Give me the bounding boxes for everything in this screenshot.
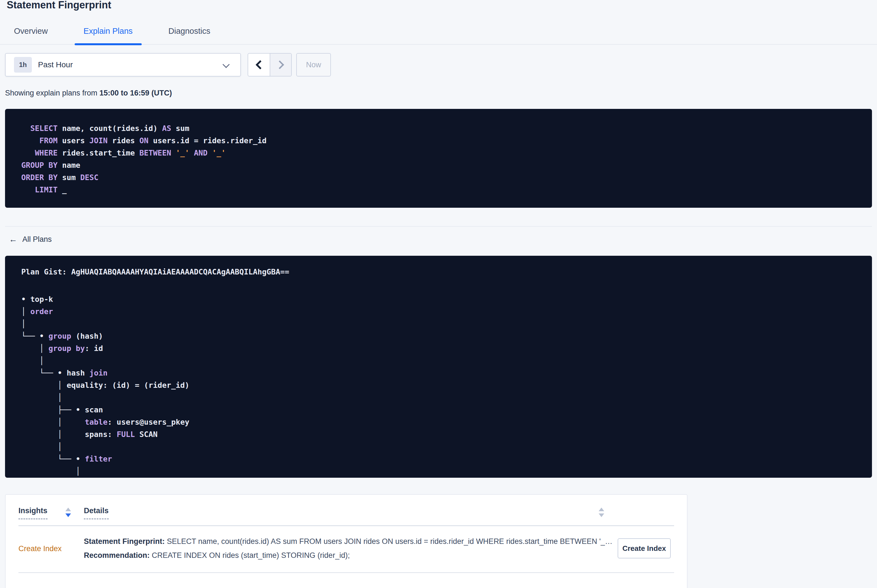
tab-explain-plans[interactable]: Explain Plans xyxy=(75,18,142,44)
plan-gist-block: Plan Gist: AgHUAQIABQAAAAHYAQIAiAEAAAADC… xyxy=(5,256,872,478)
section-divider xyxy=(5,226,872,227)
create-index-button[interactable]: Create Index xyxy=(618,538,671,558)
time-range-summary-prefix: Showing explain plans from xyxy=(5,89,99,97)
table-row-divider xyxy=(18,572,674,573)
chevron-left-icon xyxy=(256,60,265,69)
sort-up-triangle xyxy=(65,508,71,511)
tab-bar: Overview Explain Plans Diagnostics xyxy=(0,18,877,45)
page-title: Statement Fingerprint xyxy=(7,0,111,11)
time-range-summary-range: 15:00 to 16:59 (UTC) xyxy=(99,89,172,97)
detail-text: SELECT name, count(rides.id) AS sum FROM… xyxy=(165,537,612,546)
all-plans-label: All Plans xyxy=(23,235,52,244)
detail-label: Recommendation: xyxy=(84,551,150,560)
plan-gist-line: Plan Gist: AgHUAQIABQAAAAHYAQIAiAEAAAADC… xyxy=(21,266,872,278)
tab-overview[interactable]: Overview xyxy=(5,18,57,44)
sql-statement-block: SELECT name, count(rides.id) AS sum FROM… xyxy=(5,109,872,208)
chevron-right-icon xyxy=(275,60,284,69)
detail-line-recommendation: Recommendation: CREATE INDEX ON rides (s… xyxy=(84,548,612,562)
sort-icon-details[interactable] xyxy=(599,508,604,517)
plan-tree: • top-k│ order│└── • group (hash) │ grou… xyxy=(21,293,872,477)
time-controls: 1h Past Hour Now xyxy=(5,53,331,76)
table-header-divider xyxy=(18,525,674,526)
sort-down-triangle xyxy=(599,513,604,517)
time-range-badge: 1h xyxy=(14,57,32,73)
sort-icon-insights[interactable] xyxy=(65,508,71,517)
plan-gist-spacer xyxy=(21,278,872,290)
back-arrow-icon: ← xyxy=(9,234,17,244)
detail-label: Statement Fingerprint: xyxy=(84,537,165,546)
next-interval-button[interactable] xyxy=(270,54,291,76)
detail-text: CREATE INDEX ON rides (start_time) STORI… xyxy=(150,551,350,560)
column-header-insights[interactable]: Insights xyxy=(18,507,48,519)
chevron-down-icon xyxy=(223,61,229,68)
sort-down-triangle xyxy=(65,513,71,517)
time-range-dropdown[interactable]: 1h Past Hour xyxy=(5,53,241,76)
time-range-label: Past Hour xyxy=(38,60,73,69)
insight-type-link[interactable]: Create Index xyxy=(18,544,62,553)
insight-details: Statement Fingerprint: SELECT name, coun… xyxy=(84,534,612,562)
tab-diagnostics[interactable]: Diagnostics xyxy=(159,18,220,44)
column-header-details[interactable]: Details xyxy=(84,507,109,519)
time-pager xyxy=(248,53,292,76)
time-range-summary: Showing explain plans from 15:00 to 16:5… xyxy=(5,89,172,98)
detail-line-statement: Statement Fingerprint: SELECT name, coun… xyxy=(84,534,612,548)
all-plans-back-link[interactable]: ← All Plans xyxy=(9,234,52,244)
previous-interval-button[interactable] xyxy=(248,54,270,76)
now-button[interactable]: Now xyxy=(296,53,331,76)
insights-table-card: Insights Details Create Index Statement … xyxy=(5,494,687,588)
sort-up-triangle xyxy=(599,508,604,511)
